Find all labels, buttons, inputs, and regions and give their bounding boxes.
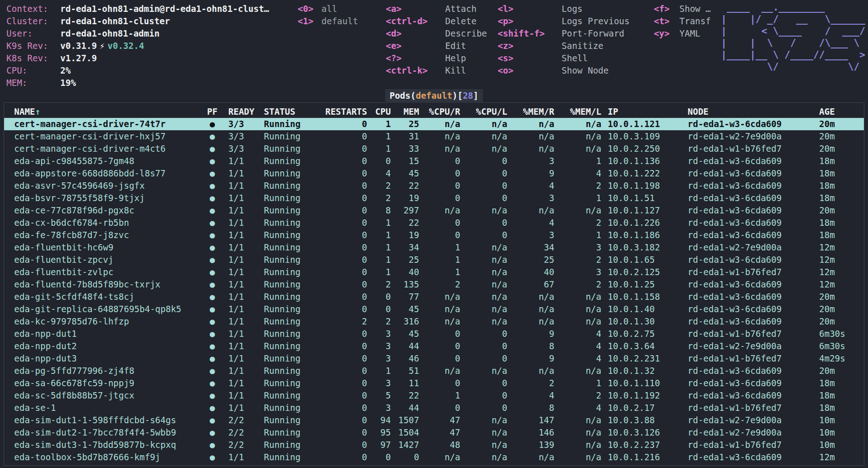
pod-cell: n/a (554, 130, 601, 143)
pod-row[interactable]: eda-toolbox-5bd7b87666-kmf9j●1/1Running0… (4, 451, 864, 463)
pod-cell: 3 (507, 155, 554, 167)
pod-cell: 20m (813, 365, 864, 377)
pod-row[interactable]: eda-appstore-668d886bdd-l8s77●1/1Running… (4, 167, 864, 180)
pod-cell: 77 (391, 291, 419, 303)
pod-row[interactable]: eda-se-1●1/1Running0344008410.0.2.17rd-e… (4, 402, 864, 414)
pod-row[interactable]: eda-fluentd-7b8d5f89bc-txrjx●1/1Running0… (4, 278, 864, 291)
pf-dot-icon: ● (203, 315, 222, 328)
pod-cell: 1/1 (222, 278, 258, 291)
action-hotkey[interactable]: <shift-f>Port-Forward (498, 27, 630, 40)
pod-row[interactable]: eda-npp-dut2●1/1Running0344008410.0.3.64… (4, 340, 864, 352)
column-header-label: RESTARTS (325, 106, 367, 117)
pod-cell: n/a (419, 291, 460, 303)
pod-cell: 15 (391, 155, 419, 167)
pf-dot-icon: ● (203, 414, 222, 426)
pod-row[interactable]: eda-sa-66c678fc59-nppj9●1/1Running031100… (4, 377, 864, 389)
pod-row[interactable]: eda-sim-dut2-1-7bcc78f4f4-5wbb9●2/2Runni… (4, 426, 864, 439)
namespace-hotkey[interactable]: <1>default (298, 15, 358, 27)
pod-cell: rd-eda1-w2-7e9d00a (681, 426, 813, 439)
pod-row[interactable]: eda-fluentbit-zpcvj●1/1Running01251n/a25… (4, 254, 864, 266)
pod-row[interactable]: eda-fluentbit-hc6w9●1/1Running01341n/a34… (4, 241, 864, 254)
pod-cell: Running (258, 217, 319, 229)
pod-cell: 10.0.1.110 (601, 377, 681, 389)
pod-cell: 146 (507, 426, 554, 439)
pod-cell: 20m (813, 315, 864, 328)
pod-cell: Running (258, 229, 319, 241)
hotkey-key: <1> (298, 15, 321, 27)
action-hotkey[interactable]: <z>Sanitize (498, 40, 630, 52)
pod-row[interactable]: eda-sim-dut3-1-7bdd59877b-kcpxq●2/2Runni… (4, 439, 864, 451)
pod-cell: eda-pg-5ffd777996-zj4f8 (4, 365, 203, 377)
pod-cell: eda-ce-77c878f96d-pgx8c (4, 204, 203, 217)
action-hotkey[interactable]: <p>Logs Previous (498, 15, 630, 27)
pod-row[interactable]: eda-sim-dut1-1-598fffdcbd-s64gs●2/2Runni… (4, 414, 864, 426)
action-hotkey[interactable]: <e>Edit (386, 40, 487, 52)
pod-cell: Running (258, 254, 319, 266)
pod-cell: 8 (507, 402, 554, 414)
pod-cell: 0 (319, 402, 367, 414)
action-hotkey[interactable]: <y>YAML (654, 27, 711, 40)
pod-row[interactable]: eda-ce-77c878f96d-pgx8c●1/1Running08297n… (4, 204, 864, 217)
pod-cell: 3 (367, 328, 391, 340)
pod-row[interactable]: eda-asvr-57c4596469-jsgfx●1/1Running0222… (4, 180, 864, 192)
cluster-info: Context:rd-eda1-ohn81-admin@rd-eda1-ohn8… (6, 3, 269, 89)
pod-row[interactable]: eda-pg-5ffd777996-zj4f8●1/1Running0151n/… (4, 365, 864, 377)
action-hotkey[interactable]: <?>Help (386, 52, 487, 64)
pf-dot-icon: ● (203, 254, 222, 266)
pod-cell: 1/1 (222, 352, 258, 365)
pod-cell: 1 (554, 377, 601, 389)
pod-row[interactable]: eda-cx-b6dcf6784-rb5bn●1/1Running0122004… (4, 217, 864, 229)
pod-row[interactable]: eda-git-5cfdf48f4-ts8cj●1/1Running0077n/… (4, 291, 864, 303)
pod-row[interactable]: cert-manager-csi-driver-m4ct6●3/3Running… (4, 143, 864, 155)
pod-cell: 0 (319, 217, 367, 229)
hotkey-key: <p> (498, 15, 562, 27)
pod-cell: eda-fluentbit-zpcvj (4, 254, 203, 266)
pod-cell: rd-eda1-w1-b76fed7 (681, 402, 813, 414)
namespace-hotkeys: <0>all<1>default (298, 3, 358, 27)
column-header-cpul: %CPU/L (460, 106, 507, 118)
column-header-cpu: CPU (367, 106, 391, 118)
action-hotkey[interactable]: <d>Describe (386, 27, 487, 40)
pod-cell: 10m (813, 426, 864, 439)
pod-cell: n/a (460, 278, 507, 291)
action-hotkey[interactable]: <f>Show … (654, 3, 711, 15)
pod-cell: 2 (554, 217, 601, 229)
pod-row[interactable]: eda-fe-78fcb87d7-j8zvc●1/1Running0119003… (4, 229, 864, 241)
pf-dot-icon: ● (203, 229, 222, 241)
pod-cell: 0 (419, 167, 460, 180)
pod-row[interactable]: eda-bsvr-78755f58f9-9tjxj●1/1Running0219… (4, 192, 864, 204)
pod-row[interactable]: eda-npp-dut3●1/1Running0346009410.0.2.23… (4, 352, 864, 365)
pod-cell: 10.0.2.250 (601, 143, 681, 155)
info-label: K8s Rev: (6, 52, 60, 64)
action-hotkey[interactable]: <s>Shell (498, 52, 630, 64)
namespace-hotkey[interactable]: <0>all (298, 3, 358, 15)
action-hotkey[interactable]: <o>Show Node (498, 64, 630, 77)
pod-row[interactable]: cert-manager-csi-driver-74t7r●3/3Running… (4, 118, 864, 130)
pod-cell: n/a (460, 130, 507, 143)
pod-row[interactable]: eda-kc-979785d76-lhfzp●1/1Running22316n/… (4, 315, 864, 328)
action-hotkey[interactable]: <ctrl-k>Kill (386, 64, 487, 77)
pod-row[interactable]: eda-npp-dut1●1/1Running0345009410.0.2.75… (4, 328, 864, 340)
pod-row[interactable]: eda-api-c98455875-7gm48●1/1Running001500… (4, 155, 864, 167)
pod-cell: Running (258, 315, 319, 328)
action-hotkey[interactable]: <l>Logs (498, 3, 630, 15)
pod-cell: eda-fluentd-7b8d5f89bc-txrjx (4, 278, 203, 291)
pod-cell: 2 (319, 315, 367, 328)
pod-row[interactable]: cert-manager-csi-driver-hxj57●3/3Running… (4, 130, 864, 143)
pod-cell: 0 (460, 402, 507, 414)
action-hotkey[interactable]: <t>Transf (654, 15, 711, 27)
pod-row[interactable]: eda-fluentbit-zvlpc●1/1Running01401n/a40… (4, 266, 864, 278)
pod-cell: rd-eda1-w3-6cda609 (681, 389, 813, 402)
action-hotkey[interactable]: <a>Attach (386, 3, 487, 15)
column-header-status: STATUS (258, 106, 319, 118)
pod-cell: 1/1 (222, 389, 258, 402)
pod-cell: 1/1 (222, 402, 258, 414)
pod-cell: 1 (367, 365, 391, 377)
pod-row[interactable]: eda-git-replica-64887695b4-qp8k5●1/1Runn… (4, 303, 864, 315)
pod-cell: 2/2 (222, 439, 258, 451)
pod-cell: 1 (367, 254, 391, 266)
pod-row[interactable]: eda-sc-5df8b88b57-jtgcx●1/1Running052210… (4, 389, 864, 402)
hotkey-key: <s> (498, 52, 562, 64)
action-hotkey[interactable]: <ctrl-d>Delete (386, 15, 487, 27)
pod-cell: rd-eda1-w3-6cda609 (681, 180, 813, 192)
